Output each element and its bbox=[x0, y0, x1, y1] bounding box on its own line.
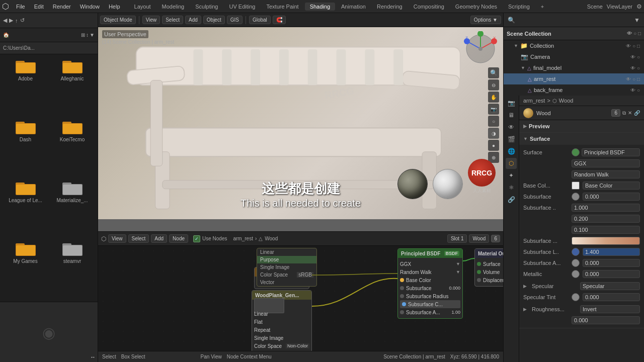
viewport-camera-btn[interactable]: 📷 bbox=[488, 104, 499, 115]
sc-render-icon[interactable]: ○ bbox=[633, 31, 636, 36]
menu-file[interactable]: File bbox=[12, 3, 29, 11]
material-output-node[interactable]: Material Output Surface Volume bbox=[474, 248, 503, 287]
prop-scene-icon[interactable]: 🎬 bbox=[506, 134, 517, 145]
tab-uv-editing[interactable]: UV Editing bbox=[224, 3, 260, 11]
viewport-zoom-in-btn[interactable]: 🔍 bbox=[488, 67, 499, 78]
ggx-dropdown[interactable]: GGX bbox=[572, 159, 640, 167]
prop-world-icon[interactable]: 🌐 bbox=[506, 146, 517, 157]
sc-render-vis-icon[interactable]: □ bbox=[637, 43, 640, 49]
use-nodes-toggle[interactable]: ✓ Use Nodes bbox=[193, 235, 227, 242]
folder-dash[interactable]: Dash bbox=[4, 119, 47, 176]
subsurface3-value[interactable]: 0.200 bbox=[572, 215, 640, 223]
folder-materialize[interactable]: Materialize_... bbox=[51, 180, 94, 237]
snap-btn[interactable]: 🧲 bbox=[273, 16, 286, 24]
image-type-item-vector[interactable]: Vector bbox=[257, 279, 316, 286]
sc-camera-eye[interactable]: 👁 bbox=[630, 54, 635, 60]
tab-scripting[interactable]: Scripting bbox=[503, 3, 535, 11]
sc-final-eye[interactable]: 👁 bbox=[630, 65, 635, 71]
tab-geometry-nodes[interactable]: Geometry Nodes bbox=[450, 3, 502, 11]
roughness-value[interactable]: Invert bbox=[580, 305, 640, 313]
texture-node[interactable]: WoodPlank_Gen... Linear Flat R bbox=[252, 290, 312, 351]
search-icon[interactable]: 🔍 bbox=[508, 17, 515, 24]
viewport-shading-solid-btn[interactable]: ○ bbox=[488, 116, 499, 127]
prop-output-icon[interactable]: 🖥 bbox=[506, 110, 517, 121]
specular-prop-value[interactable]: Specular bbox=[580, 282, 640, 290]
prop-physics-icon[interactable]: ⚛ bbox=[506, 182, 517, 193]
preview-expand-icon[interactable]: ↔ bbox=[90, 354, 96, 360]
tab-animation[interactable]: Animation bbox=[336, 3, 371, 11]
prop-view-icon[interactable]: 👁 bbox=[506, 122, 517, 133]
sc-item-back-frame[interactable]: △ back_frame 👁 ○ bbox=[504, 84, 644, 96]
view-menu[interactable]: View bbox=[142, 16, 160, 24]
node-view-menu[interactable]: View bbox=[108, 234, 126, 243]
folder-koei[interactable]: KoeiTecmo bbox=[51, 119, 94, 176]
subsurf-color-gradient[interactable] bbox=[572, 237, 640, 245]
viewport-options-btn[interactable]: Options ▼ bbox=[470, 16, 501, 24]
subsurf-a-value[interactable]: 0.000 bbox=[583, 259, 640, 267]
image-type-item-linear[interactable]: Linear bbox=[257, 248, 316, 256]
nav-up-icon[interactable]: ↑ bbox=[15, 18, 18, 24]
mat-copy-icon[interactable]: ⧉ bbox=[622, 110, 626, 116]
menu-help[interactable]: Help bbox=[105, 3, 124, 11]
sc-viewport-icon[interactable]: ○ bbox=[632, 43, 635, 49]
sc-item-final-model[interactable]: ▼ △ final_model 👁 ○ bbox=[504, 62, 644, 73]
menu-render[interactable]: Render bbox=[49, 3, 75, 11]
prop-render-icon[interactable]: 📷 bbox=[506, 98, 517, 109]
node-slot-dropdown[interactable]: Slot 1 bbox=[447, 234, 467, 243]
specular-tint-value[interactable]: 0.000 bbox=[583, 293, 640, 301]
tab-add[interactable]: + bbox=[536, 3, 549, 11]
principled-bsdf-node[interactable]: Principled BSDF BSDF GGX ▼ Random Walk ▼ bbox=[397, 248, 463, 319]
node-canvas[interactable]: WoodPlank_Gen... Linear Flat R bbox=[98, 246, 503, 351]
mat-link-icon[interactable]: 🔗 bbox=[634, 110, 640, 116]
surface-header[interactable]: ▼ Surface bbox=[519, 133, 644, 145]
gis-menu[interactable]: GIS bbox=[227, 16, 243, 24]
viewport-shading-rendered-btn[interactable]: ● bbox=[488, 140, 499, 151]
node-add-menu[interactable]: Add bbox=[151, 234, 167, 243]
sc-item-arm-rest[interactable]: △ arm_rest 👁 ○ □ bbox=[504, 73, 644, 84]
tab-shading[interactable]: Shading bbox=[305, 3, 335, 11]
base-color-swatch[interactable] bbox=[572, 182, 580, 190]
image-type-item-colorspace[interactable]: Color Space sRGB bbox=[257, 271, 316, 279]
orientation-dropdown[interactable]: Global bbox=[249, 16, 271, 24]
use-nodes-checkbox[interactable]: ✓ bbox=[193, 235, 200, 242]
rw-dropdown[interactable]: Random Walk bbox=[572, 170, 640, 178]
viewport-zoom-out-btn[interactable]: ⊖ bbox=[488, 79, 499, 90]
metallic-value[interactable]: 0.000 bbox=[583, 270, 640, 278]
tab-sculpting[interactable]: Sculpting bbox=[190, 3, 223, 11]
menu-edit[interactable]: Edit bbox=[30, 3, 48, 11]
nav-forward-icon[interactable]: ▶ bbox=[9, 17, 13, 24]
image-type-item-single[interactable]: Single Image bbox=[257, 263, 316, 271]
subsurf-l-value[interactable]: 1.400 bbox=[583, 248, 640, 256]
sort-icon[interactable]: ↕ bbox=[86, 32, 89, 38]
folder-adobe[interactable]: Adobe bbox=[4, 58, 47, 115]
base-color-value[interactable]: Base Color bbox=[583, 182, 640, 190]
sc-item-camera[interactable]: 📷 Camera 👁 ○ bbox=[504, 51, 644, 62]
tab-compositing[interactable]: Compositing bbox=[409, 3, 449, 11]
viewport-pan-btn[interactable]: ✋ bbox=[488, 92, 499, 103]
filter-icon-right[interactable]: ▼ bbox=[634, 17, 640, 24]
3d-viewport[interactable]: 人人素材 RRCG RRCG 人人素材 bbox=[98, 27, 503, 231]
sc-eye-icon[interactable]: 👁 bbox=[626, 43, 631, 49]
viewport-shading-material-btn[interactable]: ◑ bbox=[488, 128, 499, 139]
subsurface-value[interactable]: 0.000 bbox=[583, 193, 640, 201]
nav-refresh-icon[interactable]: ↺ bbox=[20, 17, 25, 24]
prop-material-icon[interactable]: ⬡ bbox=[506, 158, 517, 169]
select-menu[interactable]: Select bbox=[162, 16, 183, 24]
sc-arm-vp[interactable]: ○ bbox=[632, 76, 635, 82]
tab-modeling[interactable]: Modeling bbox=[157, 3, 190, 11]
tab-layout[interactable]: Layout bbox=[129, 3, 156, 11]
sc-camera-vp[interactable]: ○ bbox=[637, 54, 640, 60]
roughness-val-value[interactable]: 0.000 bbox=[572, 316, 640, 324]
surface-bsdf-name[interactable]: Principled BSDF bbox=[582, 148, 640, 156]
menu-window[interactable]: Window bbox=[76, 3, 104, 11]
folder-alleghanic[interactable]: Alleghanic bbox=[51, 58, 94, 115]
node-node-menu[interactable]: Node bbox=[169, 234, 188, 243]
object-mode-dropdown[interactable]: Object Mode bbox=[100, 16, 136, 24]
folder-steam[interactable]: steamvr bbox=[51, 241, 94, 298]
node-select-menu[interactable]: Select bbox=[128, 234, 149, 243]
preview-header[interactable]: ▶ Preview bbox=[519, 120, 644, 132]
sc-arm-eye[interactable]: 👁 bbox=[626, 76, 631, 82]
prop-particles-icon[interactable]: ✦ bbox=[506, 170, 517, 181]
node-mat-dropdown[interactable]: Wood bbox=[469, 234, 489, 243]
view-toggle[interactable]: ⊞ bbox=[81, 32, 85, 38]
